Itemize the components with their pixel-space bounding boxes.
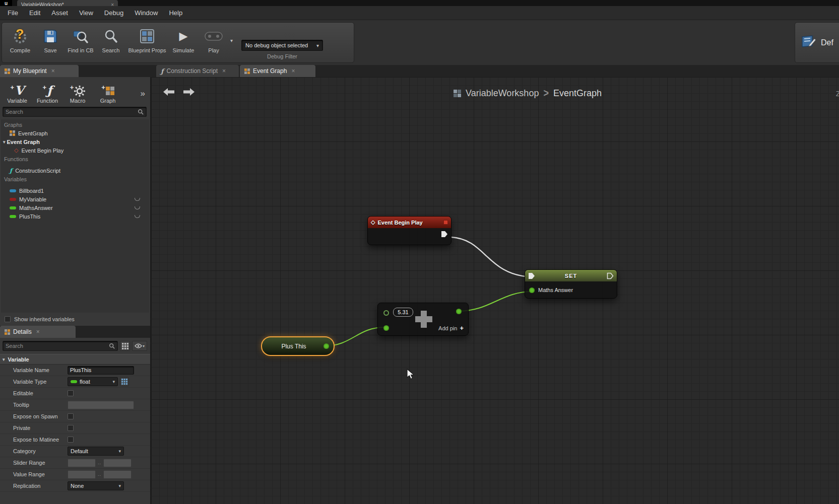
add-graph-button[interactable]: + Graph xyxy=(93,82,123,104)
property-matrix-button[interactable] xyxy=(120,341,130,351)
tab-construction-script[interactable]: ƒ Construction Script × xyxy=(156,65,239,77)
compile-button[interactable]: ? Compile xyxy=(5,26,35,54)
forward-arrow-icon[interactable] xyxy=(183,88,195,96)
debug-object-dropdown[interactable]: No debug object selected ▾ xyxy=(241,40,323,51)
more-actions-chevron-icon[interactable]: » xyxy=(141,89,145,99)
add-function-button[interactable]: + ƒ Function xyxy=(32,82,62,104)
tree-item-variable-plusthis[interactable]: PlusThis xyxy=(1,212,149,221)
breadcrumb-root[interactable]: VariableWorkshop xyxy=(466,88,539,99)
tree-item-event-begin-play[interactable]: ◇ Event Begin Play xyxy=(1,146,149,155)
add-pin-button[interactable]: Add pin + xyxy=(438,324,464,332)
window-tab[interactable]: VariableWorkshop* × xyxy=(17,0,118,6)
slider-range-min-input[interactable] xyxy=(68,459,96,467)
find-in-cb-button[interactable]: Find in CB xyxy=(66,26,96,54)
float-in-pin-b[interactable] xyxy=(383,325,389,331)
tab-details[interactable]: Details × xyxy=(0,326,76,338)
add-function-icon: + ƒ xyxy=(43,82,52,97)
blueprint-props-button[interactable]: Blueprint Props xyxy=(126,26,168,54)
expose-on-spawn-checkbox[interactable] xyxy=(68,413,74,419)
close-icon[interactable]: × xyxy=(51,67,55,75)
add-macro-gear-icon: + xyxy=(70,82,86,97)
exec-in-pin[interactable] xyxy=(528,272,535,279)
add-macro-button[interactable]: + Macro xyxy=(62,82,93,104)
my-blueprint-search-input[interactable] xyxy=(6,109,138,115)
menu-debug[interactable]: Debug xyxy=(99,7,129,19)
play-options-caret-icon[interactable]: ▾ xyxy=(229,38,234,43)
menu-edit[interactable]: Edit xyxy=(24,7,46,19)
tree-item-variable-billboard1[interactable]: Billboard1 xyxy=(1,186,149,195)
breadcrumb-current[interactable]: EventGraph xyxy=(553,88,602,99)
menu-file[interactable]: File xyxy=(2,7,24,19)
float-in-pin-a[interactable] xyxy=(383,310,389,316)
view-options-button[interactable]: ▾ xyxy=(132,341,147,351)
editable-checkbox[interactable] xyxy=(68,390,74,396)
category-dropdown[interactable]: Default ▾ xyxy=(68,447,124,456)
back-arrow-icon[interactable] xyxy=(163,88,174,96)
menu-asset[interactable]: Asset xyxy=(46,7,74,19)
close-icon[interactable]: × xyxy=(36,328,40,335)
exec-out-pin[interactable] xyxy=(441,231,448,238)
eye-closed-icon[interactable] xyxy=(135,215,140,218)
node-event-begin-play[interactable]: ◇ Event Begin Play xyxy=(367,216,451,245)
expander-icon[interactable]: ▾ xyxy=(3,139,6,145)
variable-section-header[interactable]: ▾ Variable xyxy=(0,354,150,365)
menu-view[interactable]: View xyxy=(74,7,99,19)
float-out-pin[interactable] xyxy=(456,309,462,314)
close-icon[interactable]: × xyxy=(222,67,226,75)
editor-only-flag-icon xyxy=(443,220,448,225)
replication-dropdown[interactable]: None ▾ xyxy=(68,481,124,490)
eye-closed-icon[interactable] xyxy=(135,198,140,201)
variable-pin-icon xyxy=(10,206,16,209)
save-icon xyxy=(41,27,60,46)
my-blueprint-tab-icon xyxy=(5,68,10,74)
toolbar-panel: ? Compile Save Find in CB S xyxy=(2,22,354,63)
window-tab-close-icon[interactable]: × xyxy=(111,2,114,6)
value-range-max-input[interactable] xyxy=(103,470,132,479)
node-get-plus-this[interactable]: Plus This xyxy=(261,336,335,356)
tab-my-blueprint[interactable]: My Blueprint × xyxy=(0,65,79,77)
show-inherited-checkbox[interactable] xyxy=(5,316,11,322)
node-set-maths-answer[interactable]: SET Maths Answer xyxy=(525,269,617,299)
tab-event-graph[interactable]: Event Graph × xyxy=(240,65,315,77)
tree-item-variable-mathsanswer[interactable]: MathsAnswer xyxy=(1,203,149,212)
slider-range-max-input[interactable] xyxy=(103,459,132,467)
private-checkbox[interactable] xyxy=(68,425,74,431)
tree-item-eventgraph[interactable]: EventGraph xyxy=(1,129,149,137)
node-add-float[interactable]: 5.31 Add pin + xyxy=(377,303,469,336)
add-operator-icon xyxy=(415,311,432,328)
my-blueprint-search[interactable] xyxy=(3,107,147,117)
menu-window[interactable]: Window xyxy=(129,7,163,19)
expose-to-matinee-checkbox[interactable] xyxy=(68,437,74,443)
tree-item-constructionscript[interactable]: ƒ ConstructionScript xyxy=(1,166,149,175)
save-button[interactable]: Save xyxy=(35,26,66,54)
defaults-icon xyxy=(800,35,816,50)
variable-type-dropdown[interactable]: float ▾ xyxy=(68,377,118,386)
show-inherited-row: Show inherited variables xyxy=(0,313,150,326)
variable-name-input[interactable] xyxy=(68,366,134,375)
editor-tab-bar: My Blueprint × ƒ Construction Script × E… xyxy=(0,65,839,77)
details-search-input[interactable] xyxy=(6,343,109,349)
container-type-button[interactable] xyxy=(120,377,129,386)
add-variable-button[interactable]: + V Variable xyxy=(2,82,32,104)
eye-closed-icon[interactable] xyxy=(135,206,140,209)
range-separator: .. xyxy=(98,472,101,477)
float-in-pin[interactable] xyxy=(529,287,535,293)
tree-group-event-graph[interactable]: ▾ Event Graph xyxy=(1,137,149,146)
value-range-min-input[interactable] xyxy=(68,470,96,479)
tooltip-input[interactable] xyxy=(68,401,134,409)
close-icon[interactable]: × xyxy=(291,67,295,75)
float-input-value[interactable]: 5.31 xyxy=(393,308,413,317)
search-button[interactable]: Search xyxy=(96,26,126,54)
float-out-pin[interactable] xyxy=(324,343,329,349)
simulate-button[interactable]: ▶ Simulate xyxy=(168,26,199,54)
details-search[interactable] xyxy=(3,341,118,351)
functions-section-header: Functions xyxy=(1,155,149,163)
menu-help[interactable]: Help xyxy=(163,7,188,19)
exec-out-pin[interactable] xyxy=(607,272,614,279)
defaults-button[interactable]: Def xyxy=(795,22,839,63)
event-graph-canvas[interactable]: VariableWorkshop > EventGraph Z ◇ Event … xyxy=(151,77,839,504)
detail-row-variable-type: Variable Type float ▾ xyxy=(0,376,150,388)
play-button[interactable]: Play xyxy=(199,26,229,54)
search-icon xyxy=(138,109,144,115)
tree-item-variable-myvariable[interactable]: MyVariable xyxy=(1,195,149,203)
